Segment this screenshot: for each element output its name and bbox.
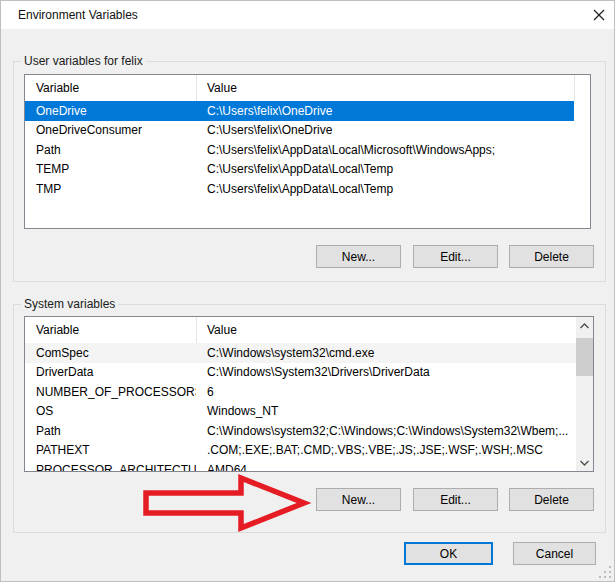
variable-cell: Path <box>25 143 196 157</box>
user-delete-button[interactable]: Delete <box>509 245 594 268</box>
close-icon <box>593 9 605 21</box>
system-edit-button[interactable]: Edit... <box>413 488 498 511</box>
variable-cell: OneDrive <box>25 104 196 118</box>
window-title: Environment Variables <box>18 8 138 22</box>
value-cell: C:\Users\felix\AppData\Local\Temp <box>196 182 590 196</box>
resize-grip-icon[interactable] <box>597 564 611 578</box>
system-table-body: ComSpec C:\Windows\system32\cmd.exe Driv… <box>25 343 593 472</box>
variable-cell: TMP <box>25 182 196 196</box>
vertical-scrollbar[interactable] <box>576 317 593 471</box>
variable-cell: PROCESSOR_ARCHITECTURE <box>25 463 196 472</box>
value-cell: C:\Windows\system32;C:\Windows;C:\Window… <box>196 424 578 438</box>
value-cell: Windows_NT <box>196 404 578 418</box>
column-divider[interactable] <box>574 75 575 101</box>
user-table-header: Variable Value <box>25 75 590 101</box>
value-cell: C:\Windows\system32\cmd.exe <box>196 346 578 360</box>
value-cell: C:\Windows\System32\Drivers\DriverData <box>196 365 578 379</box>
system-table-header: Variable Value <box>25 317 578 343</box>
table-row[interactable]: PATHEXT .COM;.EXE;.BAT;.CMD;.VBS;.VBE;.J… <box>25 441 578 461</box>
table-row[interactable]: OS Windows_NT <box>25 402 578 422</box>
table-row[interactable]: OneDriveConsumer C:\Users\felix\OneDrive <box>25 121 590 141</box>
table-row[interactable]: NUMBER_OF_PROCESSORS 6 <box>25 382 578 402</box>
variable-cell: ComSpec <box>25 346 196 360</box>
variable-cell: OS <box>25 404 196 418</box>
scroll-down-button[interactable] <box>576 454 593 471</box>
variable-cell: DriverData <box>25 365 196 379</box>
close-button[interactable] <box>590 6 608 24</box>
variable-cell: NUMBER_OF_PROCESSORS <box>25 385 196 399</box>
table-row[interactable]: OneDrive C:\Users\felix\OneDrive <box>25 101 590 121</box>
table-row[interactable]: PROCESSOR_ARCHITECTURE AMD64 <box>25 460 578 472</box>
table-row[interactable]: DriverData C:\Windows\System32\Drivers\D… <box>25 363 578 383</box>
value-cell: C:\Users\felix\AppData\Local\Microsoft\W… <box>196 143 590 157</box>
variable-cell: Path <box>25 424 196 438</box>
column-header-variable[interactable]: Variable <box>25 323 196 337</box>
table-row[interactable]: TMP C:\Users\felix\AppData\Local\Temp <box>25 179 590 199</box>
value-cell: 6 <box>196 385 578 399</box>
variable-cell: PATHEXT <box>25 443 196 457</box>
scrollbar-thumb[interactable] <box>576 338 593 376</box>
system-new-button[interactable]: New... <box>316 488 401 511</box>
user-variables-table: Variable Value OneDrive C:\Users\felix\O… <box>24 74 591 229</box>
column-header-value[interactable]: Value <box>196 81 237 95</box>
user-variables-label: User variables for felix <box>21 54 146 68</box>
cancel-button[interactable]: Cancel <box>513 542 596 565</box>
scroll-up-button[interactable] <box>576 317 593 334</box>
user-edit-button[interactable]: Edit... <box>413 245 498 268</box>
column-divider[interactable] <box>196 317 197 343</box>
environment-variables-dialog: Environment Variables User variables for… <box>0 0 615 582</box>
table-row[interactable]: Path C:\Users\felix\AppData\Local\Micros… <box>25 140 590 160</box>
table-row[interactable]: Path C:\Windows\system32;C:\Windows;C:\W… <box>25 421 578 441</box>
system-variables-label: System variables <box>21 297 118 311</box>
column-header-value[interactable]: Value <box>196 323 237 337</box>
table-row[interactable]: TEMP C:\Users\felix\AppData\Local\Temp <box>25 160 590 180</box>
chevron-up-icon <box>579 322 590 330</box>
chevron-down-icon <box>579 459 590 467</box>
ok-button[interactable]: OK <box>404 542 493 565</box>
variable-cell: TEMP <box>25 162 196 176</box>
value-cell: AMD64 <box>196 463 578 472</box>
value-cell: C:\Users\felix\AppData\Local\Temp <box>196 162 590 176</box>
value-cell: .COM;.EXE;.BAT;.CMD;.VBS;.VBE;.JS;.JSE;.… <box>196 443 578 457</box>
column-header-variable[interactable]: Variable <box>25 81 196 95</box>
column-divider[interactable] <box>196 75 197 101</box>
system-delete-button[interactable]: Delete <box>509 488 594 511</box>
system-variables-table: Variable Value ComSpec C:\Windows\system… <box>24 316 594 472</box>
user-table-body: OneDrive C:\Users\felix\OneDrive OneDriv… <box>25 101 590 199</box>
variable-cell: OneDriveConsumer <box>25 123 196 137</box>
value-cell: C:\Users\felix\OneDrive <box>196 104 590 118</box>
value-cell: C:\Users\felix\OneDrive <box>196 123 590 137</box>
titlebar: Environment Variables <box>1 1 614 29</box>
table-row[interactable]: ComSpec C:\Windows\system32\cmd.exe <box>25 343 578 363</box>
user-new-button[interactable]: New... <box>316 245 401 268</box>
